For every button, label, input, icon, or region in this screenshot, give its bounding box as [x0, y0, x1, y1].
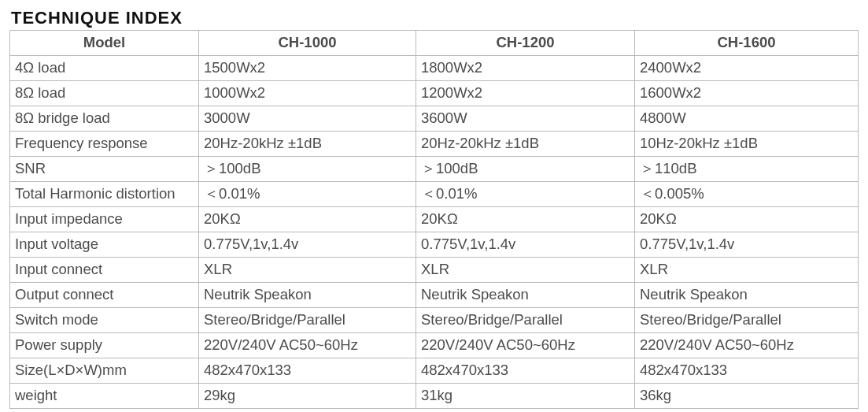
cell-value: Stereo/Bridge/Parallel [199, 307, 416, 332]
cell-value: Neutrik Speakon [416, 282, 635, 307]
table-row: 8Ω load1000Wx21200Wx21600Wx2 [10, 80, 859, 106]
table-row: Output connectNeutrik SpeakonNeutrik Spe… [10, 282, 859, 307]
cell-value: 0.775V,1v,1.4v [635, 232, 859, 257]
row-label: 8Ω load [10, 80, 199, 106]
row-label: Switch mode [10, 307, 199, 332]
cell-value: Neutrik Speakon [635, 282, 859, 307]
table-row: Input impedance20KΩ20KΩ20KΩ [10, 206, 859, 232]
cell-value: 10Hz-20kHz ±1dB [635, 131, 859, 156]
table-row: SNR＞100dB＞100dB＞110dB [10, 156, 859, 181]
cell-value: 20KΩ [416, 206, 635, 232]
row-label: 8Ω bridge load [10, 106, 199, 131]
row-label: Input connect [10, 257, 199, 282]
cell-value: 482x470x133 [416, 358, 635, 383]
cell-value: Neutrik Speakon [199, 282, 416, 307]
table-row: Input connectXLRXLRXLR [10, 257, 859, 282]
cell-value: 1600Wx2 [635, 80, 859, 106]
cell-value: 31kg [416, 383, 635, 408]
cell-value: 29kg [199, 383, 416, 408]
cell-value: 36kg [635, 383, 859, 408]
cell-value: Stereo/Bridge/Parallel [635, 307, 859, 332]
row-label: Frequency response [10, 131, 199, 156]
table-row: Total Harmonic distortion＜0.01%＜0.01%＜0.… [10, 181, 859, 206]
cell-value: 1000Wx2 [199, 80, 416, 106]
table-row: Input voltage0.775V,1v,1.4v0.775V,1v,1.4… [10, 232, 859, 257]
cell-value: XLR [416, 257, 635, 282]
cell-value: 3600W [416, 106, 635, 131]
table-row: 8Ω bridge load3000W3600W4800W [10, 106, 859, 131]
cell-value: 1500Wx2 [199, 55, 416, 80]
row-label: 4Ω load [10, 55, 199, 80]
row-label: Input impedance [10, 206, 199, 232]
cell-value: XLR [199, 257, 416, 282]
row-label: weight [10, 383, 199, 408]
col-header-ch-1600: CH-1600 [635, 31, 859, 56]
col-header-ch-1200: CH-1200 [416, 31, 635, 56]
table-header-row: Model CH-1000 CH-1200 CH-1600 [10, 31, 859, 56]
cell-value: 0.775V,1v,1.4v [199, 232, 416, 257]
cell-value: 3000W [199, 106, 416, 131]
cell-value: 4800W [635, 106, 859, 131]
table-row: weight29kg31kg36kg [10, 383, 859, 408]
cell-value: XLR [635, 257, 859, 282]
cell-value: ＜0.005% [635, 181, 859, 206]
cell-value: Stereo/Bridge/Parallel [416, 307, 635, 332]
cell-value: 1800Wx2 [416, 55, 635, 80]
cell-value: 220V/240V AC50~60Hz [416, 332, 635, 358]
table-row: Frequency response20Hz-20kHz ±1dB20Hz-20… [10, 131, 859, 156]
cell-value: 1200Wx2 [416, 80, 635, 106]
cell-value: 0.775V,1v,1.4v [416, 232, 635, 257]
row-label: Output connect [10, 282, 199, 307]
cell-value: 2400Wx2 [635, 55, 859, 80]
cell-value: 20Hz-20kHz ±1dB [416, 131, 635, 156]
spec-table: Model CH-1000 CH-1200 CH-1600 4Ω load150… [9, 30, 859, 409]
cell-value: ＞100dB [199, 156, 416, 181]
col-header-model: Model [10, 31, 199, 56]
spec-table-body: 4Ω load1500Wx21800Wx22400Wx28Ω load1000W… [10, 55, 859, 408]
row-label: Input voltage [10, 232, 199, 257]
row-label: Power supply [10, 332, 199, 358]
cell-value: 20KΩ [635, 206, 859, 232]
row-label: Size(L×D×W)mm [10, 358, 199, 383]
col-header-ch-1000: CH-1000 [199, 31, 416, 56]
row-label: Total Harmonic distortion [10, 181, 199, 206]
cell-value: ＞100dB [416, 156, 635, 181]
cell-value: ＜0.01% [199, 181, 416, 206]
cell-value: ＜0.01% [416, 181, 635, 206]
table-row: Power supply220V/240V AC50~60Hz220V/240V… [10, 332, 859, 358]
row-label: SNR [10, 156, 199, 181]
cell-value: 220V/240V AC50~60Hz [199, 332, 416, 358]
table-row: Switch modeStereo/Bridge/ParallelStereo/… [10, 307, 859, 332]
cell-value: 20KΩ [199, 206, 416, 232]
cell-value: 482x470x133 [199, 358, 416, 383]
table-row: 4Ω load1500Wx21800Wx22400Wx2 [10, 55, 859, 80]
table-row: Size(L×D×W)mm482x470x133482x470x133482x4… [10, 358, 859, 383]
cell-value: ＞110dB [635, 156, 859, 181]
page-title: TECHNIQUE INDEX [11, 8, 859, 28]
cell-value: 220V/240V AC50~60Hz [635, 332, 859, 358]
cell-value: 20Hz-20kHz ±1dB [199, 131, 416, 156]
cell-value: 482x470x133 [635, 358, 859, 383]
